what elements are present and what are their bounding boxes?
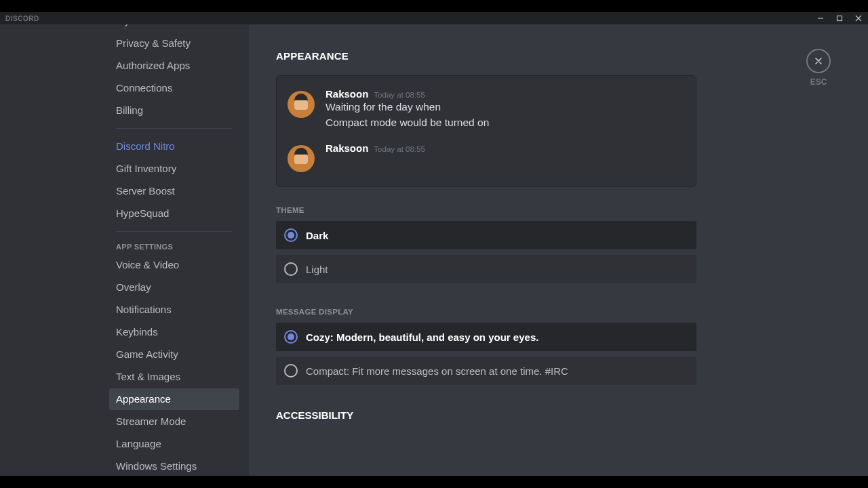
radio-label: Light (306, 264, 328, 275)
sidebar-divider (116, 231, 233, 232)
sidebar-item-text-images[interactable]: Text & Images (109, 366, 239, 388)
sidebar-item-server-boost[interactable]: Server Boost (109, 180, 239, 202)
app-brand: DISCORD (5, 15, 39, 22)
sidebar-item-notifications[interactable]: Notifications (109, 299, 239, 321)
radio-label: Dark (306, 230, 328, 241)
radio-label: Compact: Fit more messages on screen at … (306, 365, 568, 377)
letterbox-top (0, 0, 868, 12)
accessibility-header: ACCESSIBILITY (276, 409, 696, 421)
message-display-option-cozy[interactable]: Cozy: Modern, beautiful, and easy on you… (276, 323, 696, 351)
esc-label: ESC (810, 77, 827, 87)
preview-text: Waiting for the day when (326, 100, 685, 115)
sidebar-item-windows-settings[interactable]: Windows Settings (109, 455, 239, 476)
preview-timestamp: Today at 08:55 (374, 145, 425, 153)
sidebar-item-game-activity[interactable]: Game Activity (109, 344, 239, 365)
maximize-button[interactable] (830, 12, 849, 24)
sidebar-item-language[interactable]: Language (109, 433, 239, 455)
titlebar: DISCORD (0, 12, 868, 24)
sidebar-item-my-account[interactable]: My Account (109, 24, 239, 32)
sidebar-divider (116, 128, 233, 129)
message-display-header: MESSAGE DISPLAY (276, 308, 696, 316)
close-button[interactable] (806, 49, 831, 73)
radio-label: Cozy: Modern, beautiful, and easy on you… (306, 331, 538, 343)
message-display-option-compact[interactable]: Compact: Fit more messages on screen at … (276, 357, 696, 385)
letterbox-bottom (0, 476, 868, 488)
theme-header: THEME (276, 206, 696, 214)
sidebar-item-privacy-safety[interactable]: Privacy & Safety (109, 33, 239, 54)
settings-sidebar: My Account Privacy & Safety Authorized A… (0, 24, 249, 476)
preview-username: Raksoon (326, 88, 368, 100)
sidebar-item-nitro[interactable]: Discord Nitro (109, 136, 239, 157)
avatar (288, 91, 315, 118)
theme-radio-group: Dark Light (276, 221, 696, 283)
radio-icon (284, 330, 298, 344)
sidebar-item-keybinds[interactable]: Keybinds (109, 321, 239, 343)
app-frame: My Account Privacy & Safety Authorized A… (0, 24, 868, 476)
message-display-radio-group: Cozy: Modern, beautiful, and easy on you… (276, 323, 696, 385)
appearance-preview: Fluttering in the moonlight 😊 Raksoon To… (276, 75, 696, 187)
sidebar-item-authorized-apps[interactable]: Authorized Apps (109, 55, 239, 77)
theme-option-light[interactable]: Light (276, 255, 696, 283)
settings-content: ESC APPEARANCE Fluttering in the moonlig… (249, 24, 868, 476)
radio-icon (284, 228, 298, 242)
radio-icon (284, 364, 298, 378)
sidebar-item-billing[interactable]: Billing (109, 100, 239, 121)
sidebar-item-streamer-mode[interactable]: Streamer Mode (109, 411, 239, 432)
window-buttons (811, 12, 868, 24)
preview-timestamp: Today at 08:55 (374, 91, 425, 99)
sidebar-item-overlay[interactable]: Overlay (109, 277, 239, 298)
close-icon (813, 56, 824, 66)
sidebar-header-app-settings: APP SETTINGS (109, 239, 239, 253)
preview-message: Raksoon Today at 08:55 (277, 140, 696, 175)
sidebar-item-gift-inventory[interactable]: Gift Inventory (109, 158, 239, 180)
minimize-button[interactable] (811, 12, 830, 24)
theme-option-dark[interactable]: Dark (276, 221, 696, 249)
sidebar-item-hypesquad[interactable]: HypeSquad (109, 203, 239, 224)
sidebar-item-voice-video[interactable]: Voice & Video (109, 254, 239, 276)
preview-message: Raksoon Today at 08:55 Waiting for the d… (277, 85, 696, 133)
close-window-button[interactable] (849, 12, 868, 24)
page-title: APPEARANCE (276, 50, 696, 62)
preview-text: Fluttering in the moonlight 😊 (326, 75, 685, 76)
preview-text: Compact mode would be turned on (326, 115, 685, 130)
radio-icon (284, 262, 298, 276)
preview-username: Raksoon (326, 142, 368, 154)
preview-message: Fluttering in the moonlight 😊 (277, 75, 696, 79)
close-group: ESC (806, 49, 831, 87)
sidebar-item-appearance[interactable]: Appearance (109, 388, 239, 410)
svg-rect-1 (837, 16, 842, 21)
avatar (288, 145, 315, 172)
sidebar-item-connections[interactable]: Connections (109, 77, 239, 99)
